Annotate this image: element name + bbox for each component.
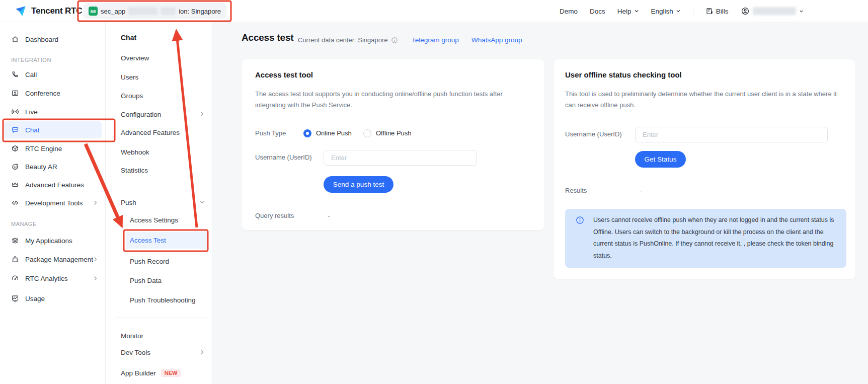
chat-bubble-icon: [11, 126, 19, 134]
submenu-item-access-test[interactable]: Access Test: [126, 232, 207, 249]
bills-label: Bills: [716, 8, 729, 15]
submenu-item-users[interactable]: Users: [106, 68, 212, 86]
sidebar-item-rtc-analytics[interactable]: RTC Analytics: [0, 270, 106, 287]
chevron-down-icon: [676, 9, 681, 14]
sidebar-item-label: Dashboard: [25, 36, 58, 43]
nav-language[interactable]: English: [651, 8, 681, 15]
nav-docs[interactable]: Docs: [590, 8, 605, 15]
sidebar-item-rtc-engine[interactable]: RTC Engine: [0, 140, 106, 157]
submenu-group-push[interactable]: Push: [106, 194, 212, 211]
results-value: -: [640, 187, 642, 194]
bills-button[interactable]: Bills: [705, 7, 729, 15]
access-test-tool-card: Access test tool The access test tool su…: [242, 59, 544, 230]
card-title: Access test tool: [255, 70, 313, 79]
app-name-suffix: ion: Singapore: [179, 8, 221, 15]
chevron-right-icon: [93, 200, 99, 206]
submenu-item-label: Monitor: [121, 332, 143, 340]
submenu-item-label: Advanced Features: [121, 129, 180, 136]
sidebar-item-usage[interactable]: Usage: [0, 290, 106, 307]
sidebar-item-label: RTC Engine: [25, 145, 62, 152]
results-label: Results: [565, 187, 587, 194]
nav-help[interactable]: Help: [617, 8, 639, 15]
app-badge: se: [89, 7, 98, 16]
online-push-radio[interactable]: [303, 129, 311, 137]
sidebar-item-advanced-features[interactable]: Advanced Features: [0, 176, 106, 193]
query-results-value: -: [328, 212, 330, 219]
sidebar-item-dashboard[interactable]: Dashboard: [0, 31, 106, 48]
submenu-divider: [115, 184, 207, 184]
username-label: Username (UserID): [565, 130, 622, 138]
query-results-label: Query results: [255, 212, 294, 219]
sidebar-item-call[interactable]: Call: [0, 66, 106, 83]
topnav-divider: [693, 7, 693, 16]
tencent-rtc-logo[interactable]: Tencent RTC: [14, 5, 82, 18]
submenu-group-label: Push: [121, 199, 136, 206]
sidebar-item-label: Advanced Features: [25, 181, 84, 189]
sidebar-item-label: Call: [25, 71, 37, 79]
submenu-item-label: App Builder: [121, 369, 156, 377]
username-input[interactable]: [324, 150, 477, 166]
live-broadcast-icon: [11, 108, 19, 116]
submenu-item-advanced-features[interactable]: Advanced Features: [106, 124, 212, 141]
submenu-divider: [115, 318, 207, 318]
chevron-down-icon: [799, 9, 804, 14]
nav-demo[interactable]: Demo: [560, 8, 578, 15]
page-title: Access test: [242, 32, 293, 43]
app-selector-dropdown[interactable]: se sec_app ion: Singapore: [84, 3, 226, 19]
submenu-item-access-settings[interactable]: Access Settings: [106, 211, 212, 228]
submenu-item-app-builder[interactable]: App Builder NEW: [106, 364, 212, 381]
submenu-item-push-data[interactable]: Push Data: [106, 272, 212, 289]
tencent-rtc-console: Tencent RTC se sec_app ion: Singapore De…: [0, 0, 868, 384]
conference-icon: [11, 89, 19, 97]
sidebar-item-development-tools[interactable]: Development Tools: [0, 194, 106, 211]
submenu-item-groups[interactable]: Groups: [106, 87, 212, 104]
sidebar-section-manage: MANAGE: [11, 221, 37, 227]
blurred-app-name: [128, 7, 157, 15]
sidebar-item-label: Package Management: [25, 256, 93, 263]
get-status-button[interactable]: Get Status: [635, 151, 686, 168]
sidebar-item-beauty-ar[interactable]: Beauty AR: [0, 158, 106, 175]
sidebar-item-live[interactable]: Live: [0, 103, 106, 120]
shopping-bag-icon: [11, 255, 19, 263]
submenu-item-monitor[interactable]: Monitor: [106, 327, 212, 344]
submenu-item-label: Statistics: [121, 167, 148, 174]
bills-icon: [705, 7, 714, 15]
whatsapp-group-link[interactable]: WhatsApp group: [471, 36, 522, 44]
username-input[interactable]: [635, 127, 828, 142]
sidebar-item-label: Conference: [25, 90, 60, 97]
gauge-icon: [11, 274, 19, 282]
new-badge: NEW: [161, 369, 181, 377]
card-description: The access test tool supports you in con…: [255, 89, 531, 111]
app-name-prefix: sec_app: [101, 8, 125, 15]
submenu-item-label: Push Troubleshooting: [130, 296, 196, 304]
topbar: Tencent RTC se sec_app ion: Singapore De…: [0, 0, 868, 22]
offline-push-option[interactable]: Offline Push: [376, 129, 412, 137]
info-icon[interactable]: [391, 37, 398, 44]
submenu-item-overview[interactable]: Overview: [106, 49, 212, 66]
submenu-item-configuration[interactable]: Configuration: [106, 106, 212, 123]
submenu-item-push-record[interactable]: Push Record: [106, 253, 212, 270]
data-center-info: Current data center: Singapore: [298, 36, 398, 44]
online-push-option[interactable]: Online Push: [316, 129, 352, 137]
submenu-item-webhook[interactable]: Webhook: [106, 143, 212, 161]
account-menu[interactable]: [741, 7, 804, 16]
tencent-rtc-logo-icon: [14, 5, 27, 18]
sidebar-item-conference[interactable]: Conference: [0, 85, 106, 102]
submenu-item-statistics[interactable]: Statistics: [106, 162, 212, 179]
submenu-item-push-troubleshooting[interactable]: Push Troubleshooting: [106, 291, 212, 309]
telegram-group-link[interactable]: Telegram group: [412, 36, 459, 44]
sidebar-item-chat[interactable]: Chat: [4, 121, 102, 138]
smiley-face-icon: [11, 163, 19, 171]
send-push-test-button[interactable]: Send a push test: [324, 176, 393, 193]
sidebar-item-package-management[interactable]: Package Management: [0, 251, 106, 268]
offline-push-radio[interactable]: [363, 129, 371, 137]
main-sidebar: Dashboard INTEGRATION Call Conference Li…: [0, 22, 106, 384]
sidebar-item-my-applications[interactable]: My Applications: [0, 232, 106, 249]
sidebar-item-label: Usage: [25, 295, 45, 302]
sidebar-item-label: RTC Analytics: [25, 275, 68, 282]
offline-status-tool-card: User offline status checking tool This t…: [554, 59, 855, 279]
user-avatar-icon: [741, 7, 750, 16]
chevron-right-icon: [199, 349, 205, 355]
submenu-item-dev-tools[interactable]: Dev Tools: [106, 344, 212, 361]
sidebar-item-label: Live: [25, 108, 38, 116]
